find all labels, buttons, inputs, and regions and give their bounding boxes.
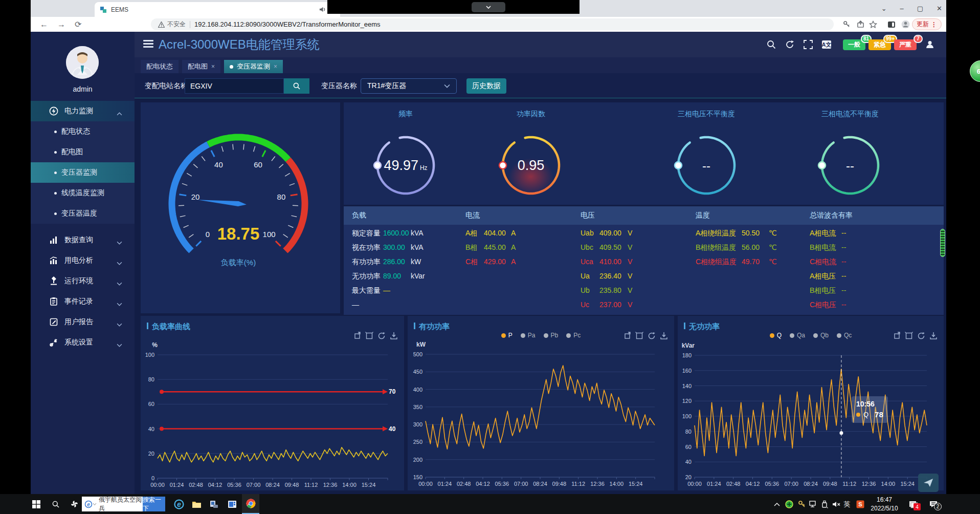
speed-ball-overlay[interactable]: 68	[970, 60, 980, 82]
sidebar-group-电力监测[interactable]: 电力监测	[31, 101, 135, 121]
alarm-badge-一般[interactable]: 一般81	[843, 39, 865, 50]
table-cell-label: Uab	[581, 229, 594, 237]
taskbar-search-icon[interactable]	[48, 494, 63, 514]
y-tick-label: 150	[405, 474, 422, 480]
tab-配电图[interactable]: 配电图×	[182, 60, 220, 73]
security-warning[interactable]: 不安全	[158, 20, 186, 29]
sidebar-group-事件记录[interactable]: 事件记录	[31, 291, 135, 312]
station-search-button[interactable]	[284, 78, 309, 94]
key-icon[interactable]	[841, 18, 852, 30]
update-button[interactable]: 更新 ⋮	[912, 18, 942, 30]
tray-network-icon[interactable]	[808, 494, 819, 514]
window-maximize-button[interactable]: ▢	[917, 5, 923, 12]
browser-avatar[interactable]	[900, 18, 910, 30]
station-input[interactable]	[185, 78, 284, 94]
tray-s-app-icon[interactable]: S	[854, 494, 866, 514]
tray-keys-icon[interactable]	[796, 494, 808, 514]
history-data-button[interactable]: 历史数据	[466, 78, 506, 94]
table-cell-value: 410.00	[599, 258, 621, 266]
chrome-icon[interactable]	[242, 494, 259, 514]
taskbar-search-go-button[interactable]: 搜索一下	[143, 497, 165, 511]
table-cell-unit: V	[628, 272, 632, 280]
svg-text:e: e	[87, 501, 90, 507]
window-menu-chevron[interactable]: ⌄	[881, 5, 887, 12]
sidebar-group-用户报告[interactable]: 用户报告	[31, 312, 135, 332]
sidebar-item-配电图[interactable]: 配电图	[31, 142, 135, 162]
window-minimize-button[interactable]: –	[900, 5, 904, 12]
alarm-badge-严重[interactable]: 严重7	[894, 39, 917, 50]
tray-usb-icon[interactable]	[819, 494, 830, 514]
table-cell-unit: V	[628, 229, 632, 237]
tab-配电状态[interactable]: 配电状态	[141, 60, 179, 73]
tooltip-value-row: Q78	[856, 409, 883, 420]
table-cell-unit: kVA	[411, 229, 424, 237]
sidebar-group-用电分析[interactable]: 用电分析	[31, 250, 135, 271]
fullscreen-icon[interactable]	[803, 39, 813, 50]
pinwheel-app-icon[interactable]	[66, 494, 82, 514]
refresh-icon[interactable]	[785, 39, 795, 50]
reload-button[interactable]: ⟳	[75, 19, 81, 29]
audio-playing-icon[interactable]	[319, 6, 326, 13]
table-cell-unit: V	[628, 286, 632, 294]
chevron-down-icon	[444, 84, 450, 88]
table-cell-value: 300.00	[383, 243, 405, 251]
chevron-down-icon	[117, 259, 122, 267]
start-button[interactable]	[29, 494, 44, 514]
tab-close-icon[interactable]: ×	[274, 63, 277, 70]
alarm-badge-label: 一般	[848, 40, 860, 49]
tray-security-icon[interactable]	[784, 494, 795, 514]
menu-toggle-icon[interactable]	[143, 40, 153, 48]
sidebar-item-配电状态[interactable]: 配电状态	[31, 121, 135, 142]
media-app-icon[interactable]	[224, 494, 240, 514]
window-close-button[interactable]: ✕	[937, 5, 942, 12]
table-cell-label: —	[352, 301, 359, 309]
user-icon[interactable]	[925, 39, 935, 50]
device-manager-icon[interactable]	[206, 494, 222, 514]
sidebar-group-系统设置[interactable]: 系统设置	[31, 332, 135, 353]
tray-app-with-badge[interactable]: 4	[906, 494, 921, 514]
bookmark-star-icon[interactable]	[868, 18, 878, 30]
taskbar-search-widget[interactable]: e 俄宇航员太空阅兵 搜索一下	[82, 497, 165, 511]
search-icon[interactable]	[766, 39, 776, 50]
ring-gauge-功率因数: 功率因数0.95	[485, 108, 577, 202]
floating-chat-widget[interactable]	[918, 474, 939, 492]
notification-center-icon[interactable]: 2	[926, 494, 941, 514]
table-scrollbar[interactable]	[940, 229, 945, 257]
taskbar-search-query[interactable]: 俄宇航员太空阅兵	[97, 496, 143, 513]
ring-gauge-value: 0.95	[518, 158, 545, 173]
alarm-badge-紧急[interactable]: 紧急99+	[868, 39, 891, 50]
video-quality-dropdown[interactable]	[472, 2, 505, 12]
table-cell-value: 286.00	[383, 258, 405, 266]
sidebar-item-变压器监测[interactable]: 变压器监测	[31, 162, 135, 183]
tooltip-value: 78	[875, 409, 883, 420]
sidebar-group-运行环境[interactable]: 运行环境	[31, 271, 135, 291]
transformer-select[interactable]: TR1#变压器	[361, 78, 457, 94]
share-icon[interactable]	[855, 18, 865, 30]
file-explorer-icon[interactable]	[188, 494, 205, 514]
sidebar-group-数据查询[interactable]: 数据查询	[31, 230, 135, 250]
kebab-menu-icon[interactable]: ⋮	[931, 21, 937, 28]
side-panel-icon[interactable]	[886, 18, 897, 30]
table-cell-value: 1600.00	[383, 229, 409, 237]
tab-变压器监测[interactable]: 变压器监测×	[224, 60, 283, 73]
translate-icon[interactable]: A文	[821, 39, 832, 50]
avatar[interactable]	[66, 46, 99, 79]
tray-clock[interactable]: 16:47 2022/5/10	[866, 496, 902, 513]
tray-volume-muted-icon[interactable]	[830, 494, 842, 514]
y-tick-label: 0	[137, 475, 154, 481]
sidebar-item-线缆温度监测[interactable]: 线缆温度监测	[31, 183, 135, 203]
y-tick-label: 500	[405, 351, 422, 357]
tray-chevron-icon[interactable]	[771, 494, 783, 514]
forward-button[interactable]: →	[57, 20, 65, 29]
tray-language-indicator[interactable]: 英	[841, 494, 853, 514]
column-header-电压: 电压	[581, 211, 595, 220]
address-bar[interactable]: 不安全 192.168.204.112:8090/3000WEBV2/Trans…	[151, 18, 834, 30]
browser-tab[interactable]: EEMS ✕	[95, 2, 340, 17]
sidebar-group-label: 系统设置	[64, 338, 93, 347]
back-button[interactable]: ←	[40, 20, 48, 29]
table-cell-unit: V	[628, 243, 632, 251]
ie-taskbar-icon[interactable]: e	[171, 494, 187, 514]
tab-close-icon[interactable]: ×	[211, 63, 215, 70]
gauge-label: 负载率(%)	[221, 258, 256, 267]
sidebar-item-变压器温度[interactable]: 变压器温度	[31, 203, 135, 224]
